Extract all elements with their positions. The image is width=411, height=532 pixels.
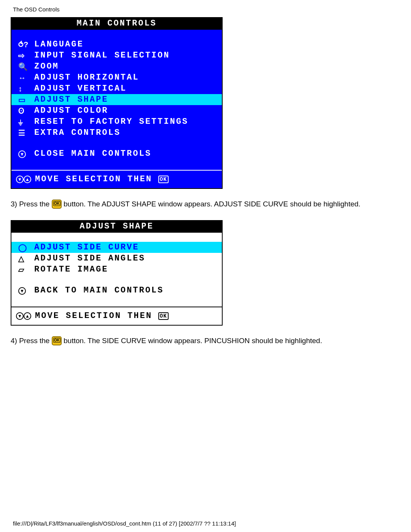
menu-item-adjust-side-angles[interactable]: △ ADJUST SIDE ANGLES xyxy=(11,253,222,264)
vertical-icon: ↕ xyxy=(18,85,34,93)
spacer xyxy=(11,159,222,166)
menu-item-adjust-shape[interactable]: ▭ ADJUST SHAPE xyxy=(11,94,222,105)
instruction-text: 4) Press the xyxy=(11,337,52,345)
menu-item-adjust-color[interactable]: ʘ ADJUST COLOR xyxy=(11,105,222,116)
osd-main-title: MAIN CONTROLS xyxy=(11,18,222,30)
spacer xyxy=(11,275,222,285)
globe-icon: ⥀? xyxy=(18,41,34,48)
menu-item-reset-factory[interactable]: ⏚ RESET TO FACTORY SETTINGS xyxy=(11,116,222,127)
menu-item-zoom[interactable]: 🔍 ZOOM xyxy=(11,61,222,72)
osd-footer: ▼▲ MOVE SELECTION THEN OK xyxy=(11,170,222,188)
menu-label: ADJUST COLOR xyxy=(34,107,108,115)
ok-icon: OK xyxy=(158,176,169,183)
page-title: The OSD Controls xyxy=(0,0,411,13)
ok-button-icon xyxy=(52,200,62,209)
osd-main-controls: MAIN CONTROLS ⥀? LANGUAGE ⇨ INPUT SIGNAL… xyxy=(11,17,223,189)
menu-item-adjust-side-curve[interactable]: ◯ ADJUST SIDE CURVE xyxy=(11,242,222,253)
ok-button-icon xyxy=(52,336,62,345)
menu-label: ADJUST SIDE ANGLES xyxy=(34,254,145,263)
side-angles-icon: △ xyxy=(18,255,34,262)
instruction-step-3: 3) Press the button. The ADJUST SHAPE wi… xyxy=(11,198,376,210)
menu-item-adjust-vertical[interactable]: ↕ ADJUST VERTICAL xyxy=(11,83,222,94)
menu-label: ADJUST HORIZONTAL xyxy=(34,73,139,82)
menu-label: RESET TO FACTORY SETTINGS xyxy=(34,118,188,126)
menu-label: ADJUST SIDE CURVE xyxy=(34,243,139,252)
menu-label: INPUT SIGNAL SELECTION xyxy=(34,51,170,60)
rotate-icon: ▱ xyxy=(18,266,34,273)
footer-text: MOVE SELECTION THEN xyxy=(35,175,152,184)
horizontal-icon: ↔ xyxy=(18,74,34,81)
menu-item-adjust-horizontal[interactable]: ↔ ADJUST HORIZONTAL xyxy=(11,72,222,83)
down-icon: ▼ xyxy=(18,286,34,295)
side-curve-icon: ◯ xyxy=(18,244,34,251)
menu-label: EXTRA CONTROLS xyxy=(34,129,121,137)
spacer xyxy=(11,138,222,148)
menu-label: ZOOM xyxy=(34,62,59,71)
osd-shape-title: ADJUST SHAPE xyxy=(11,221,222,233)
menu-item-rotate-image[interactable]: ▱ ROTATE IMAGE xyxy=(11,264,222,275)
input-icon: ⇨ xyxy=(18,52,34,59)
down-icon: ▼ xyxy=(18,149,34,158)
menu-item-extra-controls[interactable]: ☰ EXTRA CONTROLS xyxy=(11,127,222,138)
osd-adjust-shape: ADJUST SHAPE ◯ ADJUST SIDE CURVE △ ADJUS… xyxy=(11,220,223,326)
instruction-step-4: 4) Press the button. The SIDE CURVE wind… xyxy=(11,335,376,347)
instruction-text: button. The ADJUST SHAPE window appears.… xyxy=(64,200,360,208)
osd-footer: ▼▲ MOVE SELECTION THEN OK xyxy=(11,307,222,325)
up-down-icon: ▼▲ xyxy=(16,312,31,320)
page-footer-path: file:///D|/Rita/LF3/lf3manual/english/OS… xyxy=(13,520,236,527)
menu-label: ADJUST SHAPE xyxy=(34,96,108,104)
menu-label: LANGUAGE xyxy=(34,40,84,49)
menu-item-language[interactable]: ⥀? LANGUAGE xyxy=(11,39,222,50)
extra-icon: ☰ xyxy=(18,129,34,137)
menu-label: ROTATE IMAGE xyxy=(34,265,108,274)
menu-item-input-signal[interactable]: ⇨ INPUT SIGNAL SELECTION xyxy=(11,50,222,61)
factory-icon: ⏚ xyxy=(18,118,34,126)
menu-label: CLOSE MAIN CONTROLS xyxy=(34,150,151,158)
footer-text: MOVE SELECTION THEN xyxy=(35,312,152,320)
color-icon: ʘ xyxy=(18,107,34,115)
menu-label: BACK TO MAIN CONTROLS xyxy=(34,286,164,295)
menu-item-close[interactable]: ▼ CLOSE MAIN CONTROLS xyxy=(11,148,222,159)
menu-label: ADJUST VERTICAL xyxy=(34,85,127,93)
instruction-text: button. The SIDE CURVE window appears. P… xyxy=(64,337,322,345)
spacer xyxy=(11,296,222,303)
instruction-text: 3) Press the xyxy=(11,200,52,208)
menu-item-back[interactable]: ▼ BACK TO MAIN CONTROLS xyxy=(11,285,222,296)
zoom-icon: 🔍 xyxy=(18,63,34,70)
ok-icon: OK xyxy=(158,312,169,320)
up-down-icon: ▼▲ xyxy=(16,176,31,183)
shape-icon: ▭ xyxy=(18,96,34,104)
